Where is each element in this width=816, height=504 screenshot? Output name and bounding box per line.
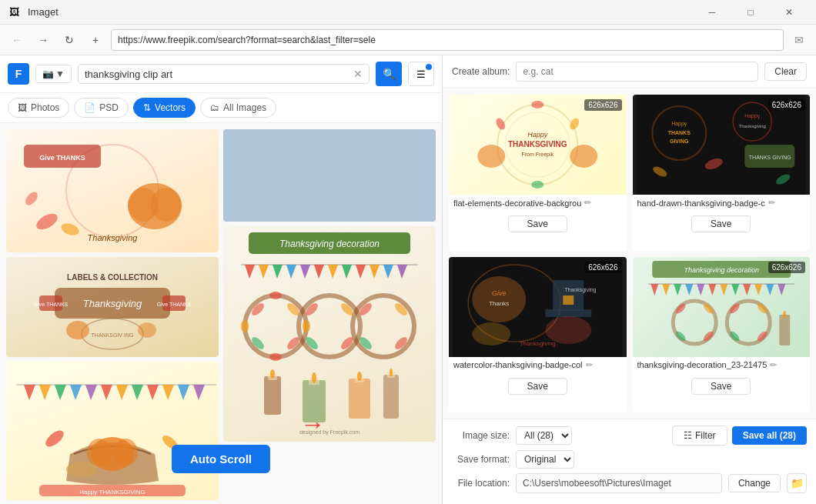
svg-marker-133 (708, 284, 716, 295)
svg-text:THANKS: THANKS (667, 130, 690, 135)
save-format-select[interactable]: Original (516, 450, 574, 469)
filter-tabs: 🖼 Photos 📄 PSD ⇅ Vectors 🗂 All Images (0, 93, 442, 123)
clear-search-button[interactable]: ✕ (353, 68, 363, 80)
svg-point-100 (570, 145, 597, 168)
forward-button[interactable]: → (32, 29, 54, 51)
back-button[interactable]: ← (6, 29, 28, 51)
list-item[interactable] (223, 129, 436, 222)
album-label: Create album: (452, 66, 510, 77)
svg-text:Happy: Happy (744, 113, 761, 119)
new-tab-button[interactable]: + (85, 29, 106, 51)
saved-image-item[interactable]: 626x626 Thanksgiving decoration (633, 257, 811, 413)
svg-rect-83 (349, 379, 370, 419)
image-size-select[interactable]: All (28) (516, 426, 572, 445)
bookmark-button[interactable]: ✉ (788, 29, 810, 51)
edit-icon: ✏ (770, 360, 777, 370)
album-input[interactable] (516, 62, 758, 82)
filter-button[interactable]: ☷ Filter (672, 426, 727, 446)
scroll-arrow: → (300, 410, 325, 439)
svg-rect-77 (264, 376, 281, 415)
saved-item-info: hand-drawn-thanksgiving-badge-c ✏ (633, 195, 811, 212)
svg-text:Give THANKS: Give THANKS (34, 302, 69, 307)
svg-marker-129 (662, 284, 670, 295)
file-location-input[interactable]: C:\Users\mobeesoft\Pictures\Imaget (516, 473, 722, 493)
file-location-row: File location: C:\Users\mobeesoft\Pictur… (452, 473, 807, 493)
auto-scroll-button[interactable]: Auto Scroll (172, 445, 270, 473)
size-badge: 626x626 (584, 99, 621, 111)
size-badge: 626x626 (584, 262, 621, 273)
address-input[interactable] (111, 29, 784, 51)
svg-point-20 (138, 322, 156, 338)
svg-marker-25 (85, 385, 97, 400)
list-item[interactable]: LABELS & COLLECTION Thanksgiving Give TH… (6, 257, 219, 357)
svg-point-124 (472, 322, 510, 345)
tab-vectors[interactable]: ⇅ Vectors (133, 98, 196, 118)
search-input[interactable]: thanksgiving clip art (85, 68, 353, 80)
save-button[interactable]: Save (691, 215, 751, 232)
svg-point-95 (494, 117, 507, 132)
svg-text:Happy THANKSGIVING: Happy THANKSGIVING (79, 489, 145, 496)
save-button[interactable]: Save (691, 378, 751, 395)
svg-marker-47 (259, 265, 269, 279)
folder-button[interactable]: 📁 (787, 473, 807, 493)
titlebar: 🖼 Imaget ─ □ ✕ (0, 0, 816, 25)
search-button[interactable]: 🔍 (376, 62, 402, 86)
edit-icon: ✏ (584, 198, 591, 208)
tab-photos[interactable]: 🖼 Photos (8, 98, 69, 118)
saved-images-grid: 626x626 Happy THANKSGIVING From Free (443, 88, 816, 419)
file-location-label: File location: (452, 478, 510, 489)
svg-marker-28 (132, 385, 143, 400)
saved-item-name: hand-drawn-thanksgiving-badge-c ✏ (637, 198, 806, 208)
filter-dropdown[interactable]: 📷 ▼ (35, 65, 72, 83)
svg-marker-46 (245, 265, 255, 279)
tab-all-images[interactable]: 🗂 All Images (200, 98, 276, 118)
change-location-button[interactable]: Change (728, 474, 781, 492)
svg-marker-22 (39, 385, 51, 400)
list-item[interactable]: Happy THANKSGIVING (6, 362, 219, 500)
list-item[interactable]: Thanksgiving decoration (223, 226, 436, 442)
refresh-button[interactable]: ↻ (59, 29, 80, 51)
save-button[interactable]: Save (508, 215, 567, 232)
saved-item-name: flat-elements-decorative-backgrou ✏ (453, 198, 622, 208)
clear-album-button[interactable]: Clear (764, 62, 807, 81)
svg-text:Thanksgiving decoration: Thanksgiving decoration (279, 239, 380, 249)
svg-point-9 (23, 189, 40, 207)
size-badge: 626x626 (768, 99, 805, 111)
svg-marker-31 (178, 385, 189, 400)
saved-item-name: thanksgiving-decoration_23-21475 ✏ (637, 360, 806, 370)
app-title: Imaget (28, 6, 694, 18)
tab-psd[interactable]: 📄 PSD (74, 98, 129, 118)
svg-text:From Freepik: From Freepik (521, 152, 553, 158)
svg-point-59 (269, 292, 282, 299)
svg-marker-51 (314, 265, 324, 279)
search-input-wrap: thanksgiving clip art ✕ (78, 64, 370, 84)
save-button[interactable]: Save (508, 378, 567, 395)
bottom-controls: Image size: All (28) ☷ Filter Save all (… (443, 419, 816, 504)
window-controls: ─ □ ✕ (694, 0, 807, 25)
svg-marker-26 (101, 385, 112, 400)
saved-image-item[interactable]: 626x626 Give Thanks Thanksgiving (449, 257, 627, 413)
maximize-button[interactable]: □ (733, 0, 768, 25)
list-item[interactable]: Give THANKS Thanksgiving (6, 129, 219, 252)
filter-options-button[interactable]: ☰ (408, 62, 434, 86)
close-button[interactable]: ✕ (771, 0, 807, 25)
svg-marker-30 (162, 385, 174, 400)
svg-rect-86 (383, 375, 399, 419)
saved-image-item[interactable]: 626x626 Happy THANKSGIVING From Free (449, 95, 627, 251)
edit-icon: ✏ (768, 198, 775, 208)
svg-point-79 (270, 369, 275, 379)
svg-text:Thanksgiving: Thanksgiving (88, 233, 139, 242)
svg-text:Happy: Happy (527, 131, 548, 139)
svg-marker-136 (743, 284, 751, 295)
svg-text:Thanksgiving decoration: Thanksgiving decoration (684, 266, 759, 274)
svg-point-88 (390, 369, 393, 376)
save-all-button[interactable]: Save all (28) (732, 426, 807, 445)
minimize-button[interactable]: ─ (694, 0, 730, 25)
right-panel: Create album: Clear 626x626 (443, 55, 816, 504)
svg-marker-130 (674, 284, 681, 295)
svg-marker-29 (147, 385, 159, 400)
addressbar: ← → ↻ + ✉ (0, 25, 816, 55)
svg-marker-53 (342, 265, 352, 279)
svg-marker-134 (720, 284, 727, 295)
saved-image-item[interactable]: 626x626 Happy THANKS GIVING Happy Thanks… (633, 95, 811, 251)
